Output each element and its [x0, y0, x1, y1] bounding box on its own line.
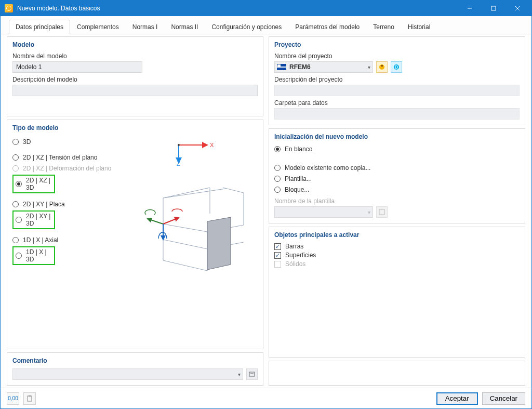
panel-comentario: Comentario ▾: [7, 352, 263, 386]
radio-2d-xy-3d[interactable]: 2D | XY | 3D: [12, 210, 55, 229]
input-nombre-modelo[interactable]: [12, 61, 142, 73]
label-nombre-proyecto: Nombre del proyecto: [274, 52, 520, 60]
radio-2d-xz-3d[interactable]: 2D | XZ | 3D: [12, 175, 55, 193]
input-descripcion-modelo[interactable]: [12, 85, 258, 96]
svg-point-8: [178, 144, 180, 146]
panel-title: Comentario: [12, 357, 258, 364]
tab-normas-i[interactable]: Normas I: [126, 20, 165, 34]
svg-marker-9: [207, 217, 231, 270]
panel-title: Inicialización del nuevo modelo: [274, 133, 520, 140]
radio-plantilla[interactable]: Plantilla...: [274, 174, 520, 183]
flag-icon: [277, 64, 286, 70]
label-carpeta-datos: Carpeta para datos: [274, 99, 520, 107]
titlebar: Nuevo modelo. Datos básicos: [1, 1, 531, 16]
tab-datos-principales[interactable]: Datos principales: [9, 20, 70, 34]
panel-empty: [269, 361, 525, 386]
panel-title: Objetos principales a activar: [274, 231, 520, 239]
radio-1d-x-axial[interactable]: 1D | X | Axial: [12, 235, 127, 245]
svg-rect-21: [29, 395, 31, 397]
panel-inicializacion: Inicialización del nuevo modelo En blanc…: [269, 128, 525, 223]
select-plantilla: ▾: [274, 206, 373, 218]
label-descripcion-proyecto: Descripción del proyecto: [274, 76, 520, 83]
svg-text:X: X: [210, 142, 214, 148]
tab-terreno[interactable]: Terreno: [366, 20, 401, 34]
cancel-button[interactable]: Cancelar: [482, 392, 525, 405]
tab-config[interactable]: Configuración y opciones: [205, 20, 288, 34]
minimize-button[interactable]: [458, 1, 482, 16]
radio-1d-x-3d[interactable]: 1D | X | 3D: [12, 246, 55, 265]
panel-title: Proyecto: [274, 41, 520, 48]
select-proyecto[interactable]: RFEM6 ▾: [274, 61, 373, 73]
panel-objetos: Objetos principales a activar ✓Barras ✓S…: [269, 227, 525, 358]
check-superficies[interactable]: ✓Superficies: [274, 252, 520, 259]
panel-modelo: Modelo Nombre del modelo Descripción del…: [7, 36, 263, 116]
svg-text:D: D: [395, 64, 398, 70]
svg-line-10: [163, 218, 179, 224]
svg-rect-20: [28, 396, 32, 401]
comment-combo[interactable]: ▾: [12, 368, 243, 380]
radio-2d-xz-tension[interactable]: 2D | XZ | Tensión del plano: [12, 153, 127, 162]
app-icon: [5, 4, 13, 12]
maximize-button[interactable]: [482, 1, 506, 16]
clipboard-icon[interactable]: [23, 392, 36, 405]
check-solidos: Sólidos: [274, 260, 520, 268]
cloud-project-icon[interactable]: D: [391, 61, 402, 73]
template-action-icon: [376, 206, 388, 218]
units-icon[interactable]: 0,00: [7, 392, 19, 405]
model-preview-icon: [140, 177, 249, 281]
svg-rect-13: [249, 372, 255, 376]
axes-icon: X Z: [158, 136, 231, 167]
svg-rect-1: [491, 6, 496, 10]
label-nombre-modelo: Nombre del modelo: [12, 52, 258, 60]
close-button[interactable]: [506, 1, 529, 16]
tab-historial[interactable]: Historial: [401, 20, 437, 34]
tab-bar: Datos principales Complementos Normas I …: [1, 16, 531, 34]
panel-title: Modelo: [12, 41, 258, 48]
radio-2d-xy-placa[interactable]: 2D | XY | Placa: [12, 200, 127, 209]
radio-modelo-existente[interactable]: Modelo existente como copia...: [274, 163, 520, 173]
check-barras[interactable]: ✓Barras: [274, 243, 520, 250]
tab-parametros[interactable]: Parámetros del modelo: [288, 20, 366, 34]
svg-rect-19: [379, 209, 384, 215]
comment-action-icon[interactable]: [246, 368, 258, 380]
tab-complementos[interactable]: Complementos: [70, 20, 126, 34]
window-title: Nuevo modelo. Datos básicos: [17, 5, 458, 12]
input-descripcion-proyecto: [274, 85, 520, 96]
panel-tipo-modelo: Tipo de modelo 3D 2D | XZ | Tensión del …: [7, 120, 263, 349]
svg-text:Z: Z: [177, 161, 180, 167]
radio-en-blanco[interactable]: En blanco: [274, 144, 520, 154]
panel-title: Tipo de modelo: [12, 124, 258, 131]
svg-rect-16: [381, 65, 383, 67]
radio-2d-xz-deformacion: 2D | XZ | Deformación del plano: [12, 164, 127, 173]
radio-bloque[interactable]: Bloque...: [274, 185, 520, 194]
panel-proyecto: Proyecto Nombre del proyecto RFEM6 ▾ D: [269, 36, 525, 125]
project-manager-icon[interactable]: [376, 61, 388, 73]
label-nombre-plantilla: Nombre de la plantilla: [274, 197, 520, 205]
svg-line-11: [148, 219, 163, 224]
tab-normas-ii[interactable]: Normas II: [164, 20, 205, 34]
footer: 0,00 Aceptar Cancelar: [1, 388, 531, 408]
radio-3d[interactable]: 3D: [12, 137, 127, 147]
label-descripcion-modelo: Descripción del modelo: [12, 76, 258, 83]
input-carpeta-datos: [274, 108, 520, 120]
accept-button[interactable]: Aceptar: [436, 392, 478, 405]
